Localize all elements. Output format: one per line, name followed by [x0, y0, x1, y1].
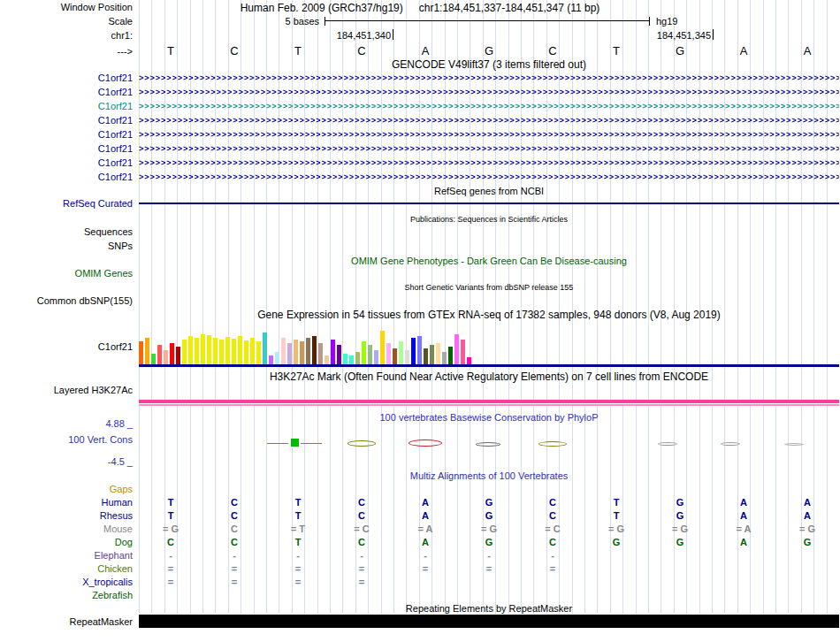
- gene-label[interactable]: C1orf21: [0, 113, 133, 127]
- gene-label[interactable]: C1orf21: [0, 85, 133, 99]
- h3k27ac-track-label[interactable]: Layered H3K27Ac: [0, 385, 133, 396]
- species-label[interactable]: Rhesus: [0, 509, 133, 523]
- species-label[interactable]: Elephant: [0, 549, 133, 562]
- gtex-tissue-bar[interactable]: [467, 357, 471, 364]
- species-label[interactable]: Gaps: [0, 483, 133, 496]
- refseq-gene-item[interactable]: [139, 203, 839, 204]
- gtex-tissue-bar[interactable]: [393, 348, 397, 364]
- species-label[interactable]: Chicken: [0, 562, 133, 576]
- gtex-tissue-bar[interactable]: [362, 341, 366, 364]
- gtex-tissue-bar[interactable]: [380, 331, 385, 364]
- snps-track-label[interactable]: SNPs: [0, 241, 133, 252]
- gtex-tissue-bar[interactable]: [430, 345, 434, 364]
- species-label[interactable]: Zebrafish: [0, 589, 133, 602]
- gtex-tissue-bar[interactable]: [201, 334, 205, 364]
- species-label[interactable]: Mouse: [0, 523, 133, 536]
- gtex-tissue-bar[interactable]: [411, 338, 416, 364]
- omim-genes-label[interactable]: OMIM Genes: [0, 268, 133, 279]
- multiz-track-title: Multiz Alignments of 100 Vertebrates: [139, 470, 839, 482]
- gtex-tissue-bar[interactable]: [374, 350, 378, 364]
- gtex-tissue-bar[interactable]: [461, 340, 465, 364]
- gtex-tissue-bar[interactable]: [256, 341, 261, 364]
- alignment-base: T: [139, 509, 202, 523]
- phylop-track-label[interactable]: 100 Vert. Cons: [0, 434, 133, 446]
- gene-label[interactable]: C1orf21: [0, 127, 133, 141]
- gene-label[interactable]: C1orf21: [0, 156, 133, 170]
- conservation-mark: [538, 441, 567, 447]
- gtex-expression-barchart[interactable]: [139, 325, 839, 364]
- gtex-tissue-bar[interactable]: [145, 338, 149, 364]
- gtex-tissue-bar[interactable]: [312, 336, 317, 364]
- h3k27ac-signal[interactable]: [139, 400, 839, 406]
- gtex-tissue-bar[interactable]: [182, 340, 187, 364]
- gtex-tissue-bar[interactable]: [436, 343, 440, 364]
- gtex-tissue-bar[interactable]: [250, 338, 255, 364]
- gtex-tissue-bar[interactable]: [207, 335, 211, 364]
- gtex-tissue-bar[interactable]: [331, 340, 335, 364]
- gene-transcript-line[interactable]: >>>>>>>>>>>>>>>>>>>>>>>>>>>>>>>>>>>>>>>>…: [139, 170, 839, 184]
- gtex-tissue-bar[interactable]: [318, 343, 323, 364]
- gtex-tissue-bar[interactable]: [349, 355, 354, 364]
- gtex-tissue-bar[interactable]: [368, 345, 372, 364]
- gene-transcript-line[interactable]: >>>>>>>>>>>>>>>>>>>>>>>>>>>>>>>>>>>>>>>>…: [139, 113, 839, 127]
- gene-transcript-line[interactable]: >>>>>>>>>>>>>>>>>>>>>>>>>>>>>>>>>>>>>>>>…: [139, 71, 839, 85]
- gtex-tissue-bar[interactable]: [281, 338, 286, 364]
- gtex-tissue-bar[interactable]: [157, 345, 162, 364]
- alignment-base: [584, 562, 648, 576]
- gtex-tissue-bar[interactable]: [442, 352, 447, 364]
- gtex-tissue-bar[interactable]: [355, 352, 360, 364]
- gtex-tissue-bar[interactable]: [151, 354, 156, 364]
- repeatmasker-track-label[interactable]: RepeatMasker: [0, 616, 133, 628]
- assembly-title: Human Feb. 2009 (GRCh37/hg19): [241, 2, 403, 14]
- gene-transcript-line[interactable]: >>>>>>>>>>>>>>>>>>>>>>>>>>>>>>>>>>>>>>>>…: [139, 85, 839, 99]
- species-label[interactable]: Human: [0, 496, 133, 509]
- gene-transcript-line[interactable]: >>>>>>>>>>>>>>>>>>>>>>>>>>>>>>>>>>>>>>>>…: [139, 156, 839, 170]
- gtex-tissue-bar[interactable]: [386, 343, 391, 364]
- gtex-tissue-bar[interactable]: [269, 355, 273, 364]
- gtex-tissue-bar[interactable]: [244, 340, 248, 364]
- gtex-tissue-bar[interactable]: [306, 338, 310, 364]
- gtex-tissue-bar[interactable]: [417, 336, 422, 364]
- gtex-tissue-bar[interactable]: [337, 345, 341, 364]
- gtex-tissue-bar[interactable]: [219, 340, 224, 364]
- alignment-base: A: [712, 536, 775, 549]
- dbsnp-track-label[interactable]: Common dbSNP(155): [0, 295, 133, 307]
- gene-label[interactable]: C1orf21: [0, 141, 133, 156]
- gtex-tissue-bar[interactable]: [170, 343, 174, 364]
- gtex-tissue-bar[interactable]: [232, 339, 236, 364]
- gtex-tissue-bar[interactable]: [176, 347, 180, 364]
- species-label[interactable]: X_tropicalis: [0, 576, 133, 589]
- gene-transcript-line[interactable]: >>>>>>>>>>>>>>>>>>>>>>>>>>>>>>>>>>>>>>>>…: [139, 99, 839, 113]
- gene-transcript-line[interactable]: >>>>>>>>>>>>>>>>>>>>>>>>>>>>>>>>>>>>>>>>…: [139, 141, 839, 156]
- gtex-tissue-bar[interactable]: [325, 355, 329, 364]
- species-label[interactable]: Dog: [0, 536, 133, 549]
- alignment-base: C: [330, 536, 393, 549]
- gtex-tissue-bar[interactable]: [263, 332, 267, 364]
- gtex-tissue-bar[interactable]: [225, 337, 230, 364]
- gene-transcript-line[interactable]: >>>>>>>>>>>>>>>>>>>>>>>>>>>>>>>>>>>>>>>>…: [139, 127, 839, 141]
- gtex-tissue-bar[interactable]: [294, 340, 298, 364]
- gene-label[interactable]: C1orf21: [0, 170, 133, 184]
- alignment-base: = C: [330, 523, 393, 536]
- gtex-tissue-bar[interactable]: [454, 334, 459, 364]
- gtex-tissue-bar[interactable]: [399, 341, 403, 364]
- refseq-curated-label[interactable]: RefSeq Curated: [0, 198, 133, 210]
- repeatmasker-repeat-element[interactable]: [139, 615, 839, 628]
- gtex-tissue-bar[interactable]: [287, 343, 292, 364]
- gtex-tissue-bar[interactable]: [275, 352, 279, 364]
- gtex-tissue-bar[interactable]: [343, 354, 347, 364]
- sequences-track-label[interactable]: Sequences: [0, 226, 133, 238]
- gtex-tissue-bar[interactable]: [300, 341, 304, 364]
- gtex-tissue-bar[interactable]: [195, 338, 199, 364]
- gtex-tissue-bar[interactable]: [238, 336, 242, 364]
- gene-label[interactable]: C1orf21: [0, 99, 133, 113]
- gtex-tissue-bar[interactable]: [424, 348, 428, 364]
- gtex-tissue-bar[interactable]: [139, 341, 143, 364]
- gtex-tissue-bar[interactable]: [188, 336, 193, 364]
- gtex-tissue-bar[interactable]: [213, 338, 218, 364]
- gtex-tissue-bar[interactable]: [164, 350, 168, 364]
- gtex-gene-label[interactable]: C1orf21: [0, 341, 133, 353]
- gtex-tissue-bar[interactable]: [448, 347, 453, 364]
- gene-label[interactable]: C1orf21: [0, 71, 133, 85]
- gtex-tissue-bar[interactable]: [405, 350, 409, 364]
